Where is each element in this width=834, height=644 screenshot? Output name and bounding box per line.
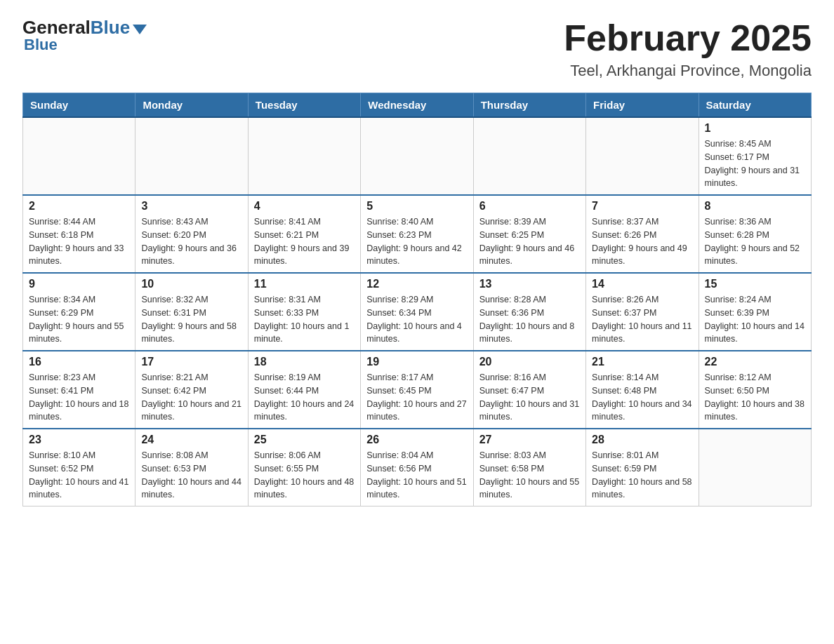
day-number: 20 [479,356,580,368]
day-info: Sunrise: 8:37 AMSunset: 6:26 PMDaylight:… [592,215,692,268]
day-info: Sunrise: 8:16 AMSunset: 6:47 PMDaylight:… [479,371,580,424]
day-number: 4 [254,200,355,213]
calendar-cell: 9Sunrise: 8:34 AMSunset: 6:29 PMDaylight… [23,273,135,351]
calendar-cell: 11Sunrise: 8:31 AMSunset: 6:33 PMDayligh… [248,273,360,351]
day-info: Sunrise: 8:28 AMSunset: 6:36 PMDaylight:… [479,293,580,346]
day-number: 15 [705,278,805,290]
calendar-cell: 23Sunrise: 8:10 AMSunset: 6:52 PMDayligh… [23,429,135,507]
day-info: Sunrise: 8:06 AMSunset: 6:55 PMDaylight:… [254,449,355,502]
day-number: 22 [705,356,805,368]
logo-arrow-icon [133,25,147,34]
calendar-cell: 4Sunrise: 8:41 AMSunset: 6:21 PMDaylight… [248,195,360,273]
header-friday: Friday [586,93,699,118]
calendar-cell: 17Sunrise: 8:21 AMSunset: 6:42 PMDayligh… [135,351,248,429]
day-number: 27 [479,434,580,446]
day-number: 8 [705,200,805,213]
calendar-week-row: 1Sunrise: 8:45 AMSunset: 6:17 PMDaylight… [23,117,812,195]
day-number: 23 [29,434,129,446]
day-number: 13 [479,278,580,290]
calendar-cell [699,429,811,507]
header-thursday: Thursday [473,93,585,118]
day-number: 16 [29,356,129,368]
calendar-week-row: 16Sunrise: 8:23 AMSunset: 6:41 PMDayligh… [23,351,812,429]
calendar-cell [135,117,248,195]
header-monday: Monday [135,93,248,118]
calendar-cell: 28Sunrise: 8:01 AMSunset: 6:59 PMDayligh… [586,429,699,507]
calendar-cell [361,117,473,195]
calendar-cell: 15Sunrise: 8:24 AMSunset: 6:39 PMDayligh… [699,273,811,351]
calendar-cell: 26Sunrise: 8:04 AMSunset: 6:56 PMDayligh… [361,429,473,507]
day-number: 10 [141,278,241,290]
logo: General Blue Blue [22,17,147,54]
day-info: Sunrise: 8:03 AMSunset: 6:58 PMDaylight:… [479,449,580,502]
logo-blue: Blue [91,17,130,39]
day-info: Sunrise: 8:21 AMSunset: 6:42 PMDaylight:… [141,371,241,424]
calendar-cell: 25Sunrise: 8:06 AMSunset: 6:55 PMDayligh… [248,429,360,507]
calendar-cell [248,117,360,195]
day-number: 17 [141,356,241,368]
day-info: Sunrise: 8:31 AMSunset: 6:33 PMDaylight:… [254,293,355,346]
day-info: Sunrise: 8:23 AMSunset: 6:41 PMDaylight:… [29,371,129,424]
calendar-cell: 13Sunrise: 8:28 AMSunset: 6:36 PMDayligh… [473,273,585,351]
calendar-cell: 22Sunrise: 8:12 AMSunset: 6:50 PMDayligh… [699,351,811,429]
calendar-cell: 19Sunrise: 8:17 AMSunset: 6:45 PMDayligh… [361,351,473,429]
day-info: Sunrise: 8:01 AMSunset: 6:59 PMDaylight:… [592,449,692,502]
day-number: 28 [592,434,692,446]
day-number: 9 [29,278,129,290]
day-info: Sunrise: 8:40 AMSunset: 6:23 PMDaylight:… [366,215,467,268]
day-info: Sunrise: 8:04 AMSunset: 6:56 PMDaylight:… [366,449,467,502]
day-number: 24 [141,434,241,446]
calendar-cell [473,117,585,195]
calendar-cell: 18Sunrise: 8:19 AMSunset: 6:44 PMDayligh… [248,351,360,429]
calendar-title: February 2025 [564,17,812,59]
calendar-cell: 1Sunrise: 8:45 AMSunset: 6:17 PMDaylight… [699,117,811,195]
day-info: Sunrise: 8:36 AMSunset: 6:28 PMDaylight:… [705,215,805,268]
day-info: Sunrise: 8:34 AMSunset: 6:29 PMDaylight:… [29,293,129,346]
calendar-header-row: Sunday Monday Tuesday Wednesday Thursday… [23,93,812,118]
day-info: Sunrise: 8:12 AMSunset: 6:50 PMDaylight:… [705,371,805,424]
day-info: Sunrise: 8:17 AMSunset: 6:45 PMDaylight:… [366,371,467,424]
day-number: 7 [592,200,692,213]
day-number: 1 [705,122,805,135]
day-info: Sunrise: 8:26 AMSunset: 6:37 PMDaylight:… [592,293,692,346]
day-info: Sunrise: 8:29 AMSunset: 6:34 PMDaylight:… [366,293,467,346]
title-block: February 2025 Teel, Arkhangai Province, … [564,17,812,80]
calendar-cell: 20Sunrise: 8:16 AMSunset: 6:47 PMDayligh… [473,351,585,429]
calendar-cell: 5Sunrise: 8:40 AMSunset: 6:23 PMDaylight… [361,195,473,273]
calendar-cell: 8Sunrise: 8:36 AMSunset: 6:28 PMDaylight… [699,195,811,273]
calendar-cell [23,117,135,195]
day-info: Sunrise: 8:44 AMSunset: 6:18 PMDaylight:… [29,215,129,268]
calendar-cell: 27Sunrise: 8:03 AMSunset: 6:58 PMDayligh… [473,429,585,507]
day-number: 11 [254,278,355,290]
calendar-cell: 16Sunrise: 8:23 AMSunset: 6:41 PMDayligh… [23,351,135,429]
day-info: Sunrise: 8:08 AMSunset: 6:53 PMDaylight:… [141,449,241,502]
day-number: 25 [254,434,355,446]
day-info: Sunrise: 8:45 AMSunset: 6:17 PMDaylight:… [705,137,805,190]
day-info: Sunrise: 8:39 AMSunset: 6:25 PMDaylight:… [479,215,580,268]
day-info: Sunrise: 8:14 AMSunset: 6:48 PMDaylight:… [592,371,692,424]
calendar-cell: 12Sunrise: 8:29 AMSunset: 6:34 PMDayligh… [361,273,473,351]
calendar-week-row: 2Sunrise: 8:44 AMSunset: 6:18 PMDaylight… [23,195,812,273]
day-info: Sunrise: 8:43 AMSunset: 6:20 PMDaylight:… [141,215,241,268]
day-number: 3 [141,200,241,213]
calendar-cell: 2Sunrise: 8:44 AMSunset: 6:18 PMDaylight… [23,195,135,273]
page-header: General Blue Blue February 2025 Teel, Ar… [22,17,812,80]
calendar-cell [586,117,699,195]
header-wednesday: Wednesday [361,93,473,118]
calendar-cell: 14Sunrise: 8:26 AMSunset: 6:37 PMDayligh… [586,273,699,351]
header-tuesday: Tuesday [248,93,360,118]
day-number: 19 [366,356,467,368]
calendar-subtitle: Teel, Arkhangai Province, Mongolia [564,62,812,80]
day-number: 5 [366,200,467,213]
day-info: Sunrise: 8:19 AMSunset: 6:44 PMDaylight:… [254,371,355,424]
calendar-cell: 24Sunrise: 8:08 AMSunset: 6:53 PMDayligh… [135,429,248,507]
day-number: 21 [592,356,692,368]
calendar-cell: 3Sunrise: 8:43 AMSunset: 6:20 PMDaylight… [135,195,248,273]
header-sunday: Sunday [23,93,135,118]
calendar-week-row: 9Sunrise: 8:34 AMSunset: 6:29 PMDaylight… [23,273,812,351]
calendar-cell: 6Sunrise: 8:39 AMSunset: 6:25 PMDaylight… [473,195,585,273]
calendar-cell: 7Sunrise: 8:37 AMSunset: 6:26 PMDaylight… [586,195,699,273]
day-number: 6 [479,200,580,213]
calendar-cell: 21Sunrise: 8:14 AMSunset: 6:48 PMDayligh… [586,351,699,429]
day-number: 2 [29,200,129,213]
